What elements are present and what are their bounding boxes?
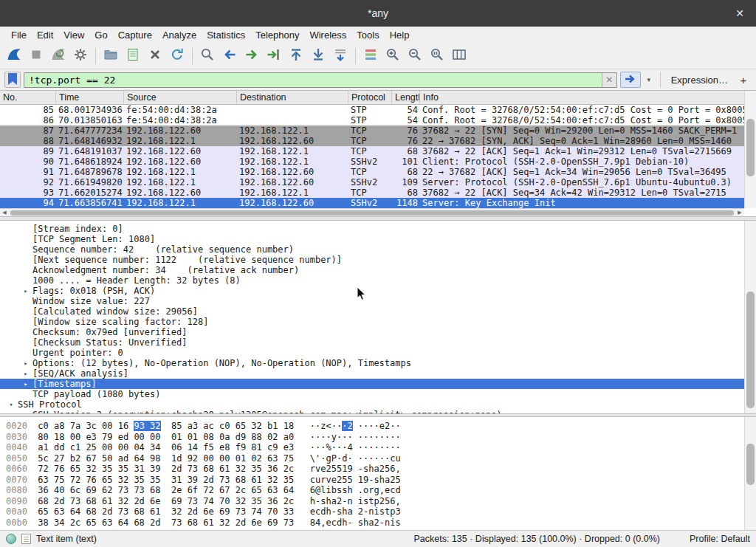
menu-file[interactable]: File: [6, 28, 32, 42]
details-vscrollbar[interactable]: [744, 221, 756, 413]
go-forward-button[interactable]: [241, 46, 263, 66]
details-vscroll-thumb[interactable]: [746, 292, 755, 408]
packet-row-87[interactable]: 8771.647777234192.168.122.60192.168.122.…: [0, 125, 744, 136]
find-packet-button[interactable]: [196, 46, 219, 66]
packet-row-85[interactable]: 8568.001734936fe:54:00:d4:38:2aSTP54Conf…: [0, 105, 744, 115]
packet-row-88[interactable]: 8871.648146932192.168.122.1192.168.122.6…: [0, 136, 744, 146]
detail-line[interactable]: ▸[Timestamps]: [0, 379, 756, 389]
menu-wireless[interactable]: Wireless: [304, 28, 351, 42]
packet-list-vscrollbar[interactable]: [744, 91, 756, 208]
detail-line[interactable]: ▸SSH Version 2 (encryption:chacha20-poly…: [0, 410, 756, 413]
filter-bookmark-button[interactable]: [4, 72, 21, 88]
zoom-out-button[interactable]: [404, 46, 426, 66]
auto-scroll-button[interactable]: [329, 46, 351, 66]
detail-line[interactable]: Acknowledgment number: 34 (relative ack …: [0, 265, 756, 275]
detail-line[interactable]: ▸Options: (12 bytes), No-Operation (NOP)…: [0, 358, 756, 368]
hex-line-0050[interactable]: 0050 5c 27 b2 67 50 ad 64 98 1d 92 00 00…: [6, 453, 756, 464]
column-header-time[interactable]: Time: [56, 91, 124, 104]
zoom-original-button[interactable]: [426, 46, 448, 66]
detail-line[interactable]: [Window size scaling factor: 128]: [0, 317, 756, 327]
detail-line[interactable]: [Calculated window size: 29056]: [0, 306, 756, 317]
go-first-button[interactable]: [285, 46, 307, 66]
column-header-source[interactable]: Source: [124, 91, 237, 104]
expression-button[interactable]: Expression…: [667, 75, 732, 86]
menu-edit[interactable]: Edit: [32, 28, 58, 42]
expander-down-icon[interactable]: ▾: [4, 399, 18, 410]
colorize-button[interactable]: [360, 46, 382, 66]
expander-right-icon[interactable]: ▸: [19, 286, 32, 296]
hex-line-0070[interactable]: 0070 63 75 72 76 65 32 35 35 31 39 2d 73…: [6, 475, 756, 486]
detail-line[interactable]: [Stream index: 0]: [0, 224, 756, 234]
detail-line[interactable]: [Checksum Status: Unverified]: [0, 337, 756, 348]
column-header-no[interactable]: No.: [0, 91, 56, 104]
resize-columns-button[interactable]: [448, 46, 470, 66]
detail-line[interactable]: [TCP Segment Len: 1080]: [0, 234, 756, 244]
capture-comment-icon[interactable]: [21, 534, 31, 544]
hex-vscroll-thumb[interactable]: [746, 444, 755, 485]
menu-telephony[interactable]: Telephony: [250, 28, 304, 42]
detail-line[interactable]: ▾SSH Protocol: [0, 399, 756, 410]
menu-view[interactable]: View: [58, 28, 89, 42]
display-filter-input[interactable]: [24, 73, 602, 87]
menu-capture[interactable]: Capture: [113, 28, 157, 42]
packet-row-86[interactable]: 8670.013850163fe:54:00:d4:38:2aSTP54Conf…: [0, 115, 744, 125]
hex-line-0090[interactable]: 0090 68 2d 73 68 61 32 2d 6e 69 73 74 70…: [6, 496, 756, 507]
hex-line-0020[interactable]: 0020 c0 a8 7a 3c 00 16 93 32 85 a3 ac c0…: [6, 421, 756, 432]
hex-vscrollbar[interactable]: [744, 417, 756, 530]
packet-row-91[interactable]: 9171.648789678192.168.122.1192.168.122.6…: [0, 167, 744, 177]
detail-line[interactable]: Urgent pointer: 0: [0, 348, 756, 358]
detail-line[interactable]: Checksum: 0x79ed [unverified]: [0, 327, 756, 337]
expander-right-icon[interactable]: ▸: [19, 368, 32, 379]
detail-line[interactable]: ▸[SEQ/ACK analysis]: [0, 368, 756, 379]
packet-row-90[interactable]: 9071.648618924192.168.122.60192.168.122.…: [0, 156, 744, 167]
filter-apply-button[interactable]: [620, 72, 641, 88]
menu-tools[interactable]: Tools: [351, 28, 384, 42]
reload-file-button[interactable]: [166, 46, 188, 66]
detail-line[interactable]: Sequence number: 42 (relative sequence n…: [0, 244, 756, 255]
detail-line[interactable]: Window size value: 227: [0, 296, 756, 306]
close-file-button[interactable]: [144, 46, 166, 66]
close-window-button[interactable]: ✕: [732, 6, 747, 21]
hex-line-0030[interactable]: 0030 80 18 00 e3 79 ed 00 00 01 01 08 0a…: [6, 432, 756, 443]
filter-clear-button[interactable]: ✕: [602, 73, 616, 87]
restart-capture-button[interactable]: [47, 46, 69, 66]
detail-line[interactable]: [Next sequence number: 1122 (relative se…: [0, 255, 756, 265]
packet-list-vscroll-thumb[interactable]: [746, 119, 755, 176]
filter-dropdown-button[interactable]: ▾: [644, 72, 654, 88]
stop-capture-button[interactable]: [25, 46, 47, 66]
detail-line[interactable]: 1000 .... = Header Length: 32 bytes (8): [0, 275, 756, 286]
hscroll-right-arrow-icon[interactable]: ▶: [735, 209, 744, 216]
packet-row-93[interactable]: 9371.662015274192.168.122.60192.168.122.…: [0, 188, 744, 198]
menu-statistics[interactable]: Statistics: [202, 28, 250, 42]
column-header-info[interactable]: Info: [420, 91, 744, 104]
go-last-button[interactable]: [307, 46, 329, 66]
add-filter-button[interactable]: +: [735, 72, 752, 88]
open-file-button[interactable]: [100, 46, 122, 66]
detail-line[interactable]: TCP payload (1080 bytes): [0, 389, 756, 399]
hscroll-left-arrow-icon[interactable]: ◀: [0, 209, 9, 216]
detail-line[interactable]: ▸Flags: 0x018 (PSH, ACK): [0, 286, 756, 296]
menu-go[interactable]: Go: [89, 28, 112, 42]
hex-line-0080[interactable]: 0080 36 40 6c 69 62 73 73 68 2e 6f 72 67…: [6, 485, 756, 496]
packet-row-89[interactable]: 8971.648191037192.168.122.60192.168.122.…: [0, 146, 744, 156]
expander-right-icon[interactable]: ▸: [19, 358, 32, 368]
packet-list-hscroll-thumb[interactable]: [10, 210, 734, 216]
hex-line-00b0[interactable]: 00b0 38 34 2c 65 63 64 68 2d 73 68 61 32…: [6, 517, 756, 529]
expert-info-icon[interactable]: [6, 534, 16, 544]
capture-options-button[interactable]: [69, 46, 92, 66]
column-header-length[interactable]: Length: [392, 91, 420, 104]
packet-row-92[interactable]: 9271.661949820192.168.122.1192.168.122.6…: [0, 177, 744, 188]
go-to-packet-button[interactable]: [263, 46, 285, 66]
menu-help[interactable]: Help: [385, 28, 415, 42]
hex-line-0040[interactable]: 0040 a1 dd c1 25 00 00 04 34 06 14 f5 e8…: [6, 442, 756, 453]
column-header-protocol[interactable]: Protocol: [348, 91, 392, 104]
profile-button[interactable]: Profile: Default: [690, 534, 750, 544]
packet-row-94[interactable]: 9471.663856741192.168.122.1192.168.122.6…: [0, 198, 744, 208]
expander-right-icon[interactable]: ▸: [19, 410, 32, 413]
save-file-button[interactable]: [122, 46, 144, 66]
zoom-in-button[interactable]: [382, 46, 404, 66]
hex-line-0060[interactable]: 0060 72 76 65 32 35 35 31 39 2d 73 68 61…: [6, 464, 756, 475]
go-back-button[interactable]: [219, 46, 241, 66]
menu-analyze[interactable]: Analyze: [157, 28, 202, 42]
column-header-destination[interactable]: Destination: [237, 91, 348, 104]
